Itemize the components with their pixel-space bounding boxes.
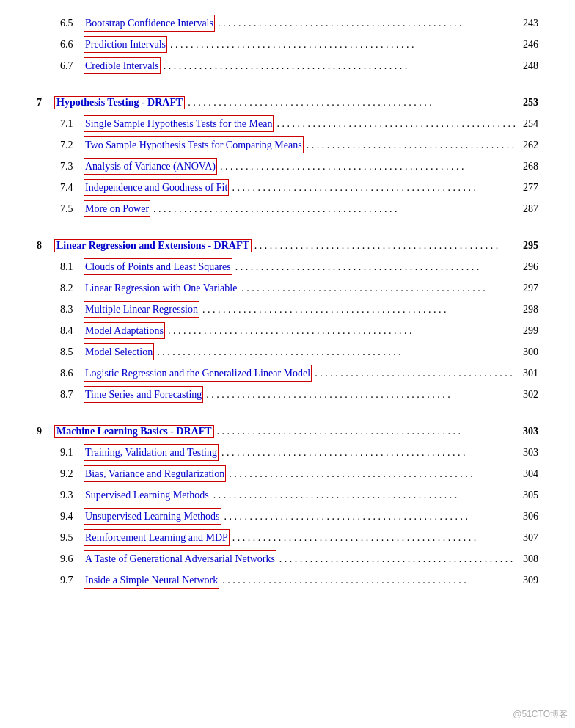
section-title-link[interactable]: Independence and Goodness of Fit [84, 179, 229, 196]
toc-entry: 8.5Model Selection . . . . . . . . . . .… [37, 343, 538, 360]
section-title-link[interactable]: Model Adaptations [84, 322, 165, 339]
section-number: 7.2 [60, 137, 84, 153]
section-page: 300 [518, 344, 538, 360]
toc-dots: . . . . . . . . . . . . . . . . . . . . … [220, 159, 515, 174]
section-title-link[interactable]: Clouds of Points and Least Squares [84, 258, 232, 275]
section-title-link[interactable]: Multiple Linear Regression [84, 301, 199, 318]
section-page: 303 [518, 445, 538, 460]
section-page: 308 [518, 551, 538, 567]
section-number: 8.7 [60, 387, 84, 402]
toc-dots: . . . . . . . . . . . . . . . . . . . . … [213, 487, 515, 503]
section-title-link[interactable]: Prediction Intervals [84, 36, 167, 53]
chapter-entry: 8Linear Regression and Extensions - DRAF… [37, 239, 538, 252]
toc-dots: . . . . . . . . . . . . . . . . . . . . … [307, 137, 515, 153]
section-number: 8.3 [60, 302, 84, 317]
section-number: 9.4 [60, 509, 84, 524]
section-number: 8.6 [60, 365, 84, 381]
section-page: 306 [518, 509, 538, 524]
toc-container: 6.5Bootstrap Confidence Intervals . . . … [37, 15, 538, 589]
toc-dots: . . . . . . . . . . . . . . . . . . . . … [254, 240, 515, 252]
section-title-link[interactable]: More on Power [84, 200, 150, 217]
section-page: 248 [518, 58, 538, 73]
toc-dots: . . . . . . . . . . . . . . . . . . . . … [235, 259, 515, 274]
section-page: 297 [518, 280, 538, 296]
toc-entry: 8.3Multiple Linear Regression . . . . . … [37, 301, 538, 318]
section-title-link[interactable]: Two Sample Hypothesis Tests for Comparin… [84, 136, 304, 153]
section-number: 7.5 [60, 201, 84, 216]
section-title-link[interactable]: Training, Validation and Testing [84, 444, 219, 461]
section-title-link[interactable]: Credible Intervals [84, 57, 161, 74]
toc-dots: . . . . . . . . . . . . . . . . . . . . … [157, 344, 515, 360]
section-number: 7.4 [60, 180, 84, 195]
chapter-title-link[interactable]: Machine Learning Basics - DRAFT [54, 425, 214, 438]
section-title-link[interactable]: Model Selection [84, 343, 154, 360]
toc-entry: 8.1Clouds of Points and Least Squares . … [37, 258, 538, 275]
toc-dots: . . . . . . . . . . . . . . . . . . . . … [188, 97, 515, 109]
toc-entry: 9.6A Taste of Generational Adversarial N… [37, 550, 538, 567]
toc-dots: . . . . . . . . . . . . . . . . . . . . … [241, 280, 515, 296]
section-page: 309 [518, 572, 538, 588]
section-page: 305 [518, 487, 538, 503]
section-number: 8.2 [60, 280, 84, 296]
section-number: 6.5 [60, 15, 84, 31]
section-page: 254 [518, 116, 538, 131]
section-page: 296 [518, 259, 538, 274]
toc-entry: 8.6Logistic Regression and the Generaliz… [37, 365, 538, 382]
section-number: 9.3 [60, 487, 84, 503]
section-title-link[interactable]: Bias, Variance and Regularization [84, 465, 226, 482]
section-title-link[interactable]: Single Sample Hypothesis Tests for the M… [84, 115, 274, 132]
chapter-title-link[interactable]: Hypothesis Testing - DRAFT [54, 96, 185, 109]
section-number: 8.5 [60, 344, 84, 360]
section-number: 7.1 [60, 116, 84, 131]
toc-dots: . . . . . . . . . . . . . . . . . . . . … [224, 509, 515, 524]
toc-entry: 6.6Prediction Intervals . . . . . . . . … [37, 36, 538, 53]
toc-entry: 9.2Bias, Variance and Regularization . .… [37, 465, 538, 482]
toc-dots: . . . . . . . . . . . . . . . . . . . . … [315, 365, 515, 381]
toc-entry: 9.3Supervised Learning Methods . . . . .… [37, 487, 538, 503]
section-number: 6.6 [60, 37, 84, 52]
section-title-link[interactable]: Logistic Regression and the Generalized … [84, 365, 312, 382]
section-number: 9.6 [60, 551, 84, 567]
section-title-link[interactable]: Unsupervised Learning Methods [84, 508, 221, 525]
toc-dots: . . . . . . . . . . . . . . . . . . . . … [168, 323, 515, 338]
toc-entry: 6.5Bootstrap Confidence Intervals . . . … [37, 15, 538, 32]
section-title-link[interactable]: Analysis of Variance (ANOVA) [84, 158, 217, 175]
toc-dots: . . . . . . . . . . . . . . . . . . . . … [229, 466, 515, 481]
section-title-link[interactable]: Time Series and Forecasting [84, 386, 203, 403]
section-page: 268 [518, 159, 538, 174]
toc-entry: 8.7Time Series and Forecasting . . . . .… [37, 386, 538, 403]
toc-dots: . . . . . . . . . . . . . . . . . . . . … [217, 426, 515, 437]
section-title-link[interactable]: Supervised Learning Methods [84, 487, 210, 503]
toc-entry: 7.3Analysis of Variance (ANOVA) . . . . … [37, 158, 538, 175]
section-title-link[interactable]: Linear Regression with One Variable [84, 280, 238, 296]
toc-dots: . . . . . . . . . . . . . . . . . . . . … [218, 15, 515, 31]
section-title-link[interactable]: Bootstrap Confidence Intervals [84, 15, 215, 32]
watermark-label: @51CTO博客 [513, 708, 568, 721]
toc-dots: . . . . . . . . . . . . . . . . . . . . … [170, 37, 515, 52]
chapter-entry: 7Hypothesis Testing - DRAFT . . . . . . … [37, 96, 538, 109]
chapter-page: 303 [518, 426, 538, 437]
toc-entry: 9.4Unsupervised Learning Methods . . . .… [37, 508, 538, 525]
section-page: 299 [518, 323, 538, 338]
chapter-number: 9 [37, 426, 54, 437]
toc-entry: 7.1Single Sample Hypothesis Tests for th… [37, 115, 538, 132]
toc-entry: 9.1Training, Validation and Testing . . … [37, 444, 538, 461]
section-title-link[interactable]: A Taste of Generational Adversarial Netw… [84, 550, 276, 567]
section-title-link[interactable]: Inside a Simple Neural Network [84, 572, 219, 589]
section-page: 302 [518, 387, 538, 402]
toc-dots: . . . . . . . . . . . . . . . . . . . . … [276, 116, 515, 131]
section-title-link[interactable]: Reinforcement Learning and MDP [84, 529, 230, 546]
chapter-page: 253 [518, 97, 538, 109]
toc-entry: 7.2Two Sample Hypothesis Tests for Compa… [37, 136, 538, 153]
toc-entry: 8.2Linear Regression with One Variable .… [37, 280, 538, 296]
section-number: 9.1 [60, 445, 84, 460]
section-page: 301 [518, 365, 538, 381]
toc-entry: 9.5Reinforcement Learning and MDP . . . … [37, 529, 538, 546]
section-number: 6.7 [60, 58, 84, 73]
chapter-number: 7 [37, 97, 54, 109]
section-page: 262 [518, 137, 538, 153]
section-number: 9.5 [60, 530, 84, 545]
section-number: 9.2 [60, 466, 84, 481]
chapter-title-link[interactable]: Linear Regression and Extensions - DRAFT [54, 239, 252, 252]
chapter-page: 295 [518, 240, 538, 252]
